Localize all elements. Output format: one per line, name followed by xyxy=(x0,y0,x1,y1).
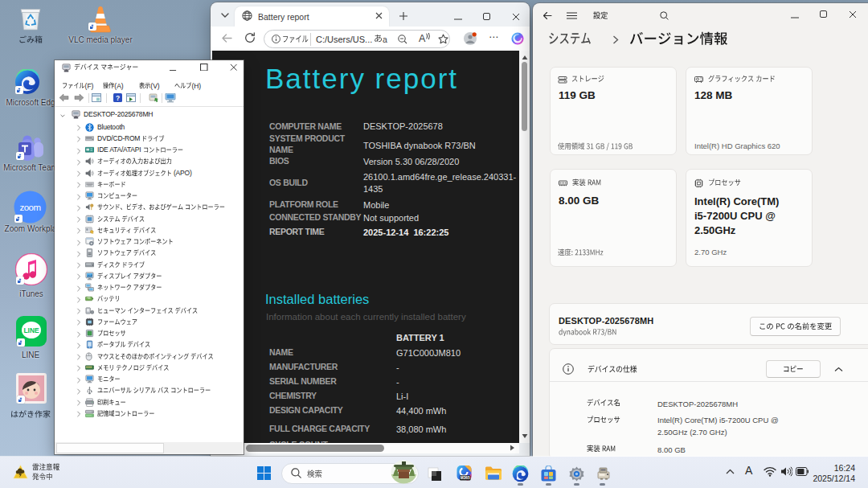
svg-text:M365: M365 xyxy=(461,476,470,480)
svg-text:zoom: zoom xyxy=(19,203,40,212)
svg-text:?: ? xyxy=(116,94,120,102)
svg-text:LINE: LINE xyxy=(23,326,39,334)
